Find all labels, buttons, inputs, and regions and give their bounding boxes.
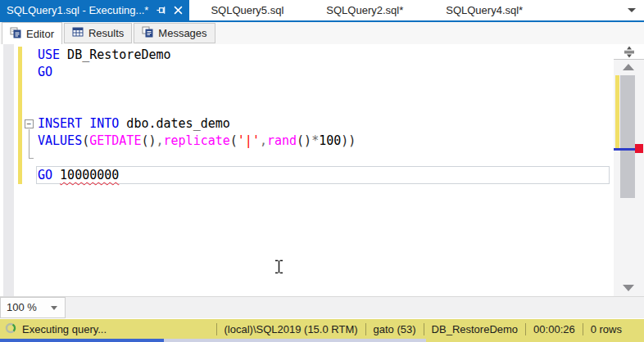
code-token: GO — [38, 65, 52, 79]
code-token: '|' — [238, 133, 260, 148]
code-token: INSERT — [38, 116, 82, 131]
outline-guide-end — [29, 158, 34, 159]
code-token: * — [311, 133, 319, 148]
code-token: replicate — [164, 133, 230, 148]
code-token: DB_RestoreDemo — [60, 47, 170, 62]
chevron-down-icon — [51, 306, 57, 310]
glyph-margin — [3, 44, 14, 296]
code-line[interactable]: GO — [38, 64, 356, 81]
pin-icon[interactable] — [156, 5, 166, 16]
status-left: Executing query... — [5, 322, 107, 336]
tab-label: SQLQuery1.sql - Executing...* — [7, 4, 148, 16]
ssms-window: SQLQuery1.sql - Executing...* SQLQuery5.… — [0, 0, 644, 342]
status-elapsed-time: 00:00:26 — [525, 323, 583, 335]
document-tab-bar: SQLQuery1.sql - Executing...* SQLQuery5.… — [0, 0, 644, 22]
view-tab-strip: Editor Results Messages — [0, 22, 644, 44]
code-lines[interactable]: USE DB_RestoreDemoGOINSERT INTO dbo.date… — [38, 47, 356, 184]
tab-messages[interactable]: Messages — [134, 23, 215, 43]
code-token: dbo.dates_demo — [119, 116, 229, 131]
code-token: , — [156, 133, 164, 148]
bottom-strip-yellow — [426, 339, 644, 342]
tab-sqlquery1[interactable]: SQLQuery1.sql - Executing...* — [0, 0, 189, 20]
tab-label: SQLQuery2.sql* — [326, 4, 403, 16]
code-token: 100 — [319, 133, 341, 148]
status-message: Executing query... — [22, 323, 107, 335]
zoom-level-value: 100 % — [7, 301, 37, 313]
code-token: () — [141, 133, 156, 148]
scrollbar-change-annotation — [615, 75, 619, 149]
outline-guide-line — [29, 129, 29, 159]
view-tab-label: Messages — [158, 27, 206, 39]
editor-icon — [10, 27, 21, 41]
status-row-count: 0 rows — [583, 323, 629, 335]
code-token — [52, 168, 60, 182]
view-tab-label: Editor — [26, 28, 54, 40]
results-grid-icon — [72, 26, 84, 40]
close-icon[interactable] — [174, 6, 183, 15]
status-server: (local)\SQL2019 (15.0 RTM) — [216, 323, 365, 335]
code-token: INTO — [89, 116, 119, 131]
code-token: () — [297, 133, 311, 148]
code-line[interactable]: GO 10000000 — [38, 167, 356, 184]
zoom-level-dropdown[interactable]: 100 % — [0, 297, 66, 318]
code-token: rand — [267, 133, 297, 148]
horizontal-scrollbar[interactable] — [66, 297, 644, 318]
editor-bottom-row: 100 % — [0, 296, 644, 317]
status-login: gato (53) — [365, 323, 424, 335]
messages-icon — [142, 26, 153, 40]
tab-sqlquery4[interactable]: SQLQuery4.sql* — [424, 0, 544, 20]
bottom-strip-blue — [0, 339, 164, 342]
executing-spinner-icon — [5, 322, 16, 336]
code-token: ( — [82, 133, 89, 148]
code-token: GO — [38, 168, 52, 182]
code-token: 10000000 — [60, 168, 119, 182]
code-token: VALUES — [38, 133, 82, 148]
scroll-down-arrow-icon[interactable] — [623, 285, 634, 291]
scrollbar-caret-marker — [614, 148, 637, 151]
code-token: USE — [38, 47, 60, 62]
text-cursor-pointer-icon — [274, 259, 283, 277]
vertical-scrollbar[interactable] — [614, 44, 644, 296]
code-token — [82, 116, 89, 131]
view-tab-label: Results — [88, 27, 124, 39]
splitter-handle-icon[interactable] — [614, 44, 644, 60]
status-bar: Executing query... (local)\SQL2019 (15.0… — [0, 319, 644, 339]
window-bottom-edge — [0, 339, 644, 342]
code-line[interactable]: USE DB_RestoreDemo — [38, 47, 356, 64]
code-token: ( — [230, 133, 238, 148]
tab-editor[interactable]: Editor — [2, 22, 62, 44]
code-line[interactable]: VALUES(GETDATE(),replicate('|',rand()*10… — [38, 133, 356, 150]
code-line[interactable]: INSERT INTO dbo.dates_demo — [38, 115, 356, 133]
change-tracking-bar — [18, 47, 22, 184]
scrollbar-thumb[interactable] — [620, 75, 635, 198]
code-line[interactable] — [38, 81, 356, 98]
scrollbar-error-marker — [635, 144, 643, 153]
sql-editor[interactable]: USE DB_RestoreDemoGOINSERT INTO dbo.date… — [0, 44, 614, 296]
scroll-up-arrow-icon[interactable] — [623, 64, 634, 70]
tab-list-dropdown-icon[interactable] — [628, 8, 636, 12]
tab-sqlquery2[interactable]: SQLQuery2.sql* — [305, 0, 424, 20]
bottom-strip-gray — [164, 339, 426, 342]
tab-results[interactable]: Results — [64, 23, 132, 43]
code-token: )) — [341, 133, 356, 148]
code-token: , — [260, 133, 267, 148]
tab-label: SQLQuery5.sql — [211, 4, 283, 16]
collapse-region-icon[interactable] — [25, 119, 34, 128]
status-database: DB_RestoreDemo — [424, 323, 526, 335]
tab-sqlquery5[interactable]: SQLQuery5.sql — [189, 0, 305, 20]
code-line[interactable] — [38, 98, 356, 115]
code-token: GETDATE — [89, 133, 141, 148]
tab-label: SQLQuery4.sql* — [446, 4, 523, 16]
code-line[interactable] — [38, 150, 356, 167]
